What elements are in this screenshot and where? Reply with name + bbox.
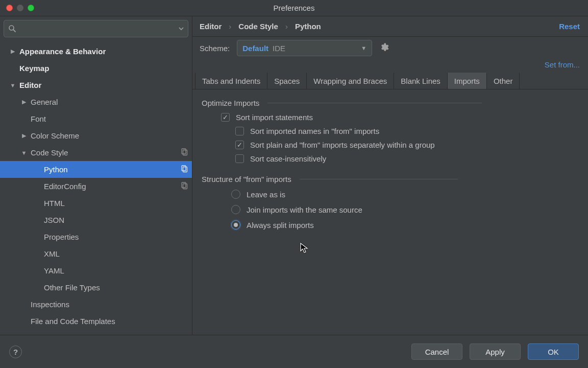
divider — [267, 103, 482, 103]
scheme-scope: IDE — [273, 44, 285, 53]
minimize-window-icon[interactable] — [17, 5, 23, 11]
tree-item-label: Color Scheme — [31, 131, 188, 140]
checkbox[interactable] — [221, 113, 230, 122]
tree-item[interactable]: XML — [0, 245, 192, 262]
tab[interactable]: Tabs and Indents — [195, 73, 267, 89]
scheme-name: Default — [242, 44, 268, 53]
breadcrumb-item[interactable]: Editor — [200, 22, 222, 31]
chevron-down-icon: ▼ — [361, 45, 366, 51]
radio[interactable] — [231, 190, 240, 199]
zoom-window-icon[interactable] — [28, 5, 34, 11]
tree-item[interactable]: JSON — [0, 212, 192, 228]
chevron-down-icon[interactable]: ▼ — [9, 82, 16, 88]
chevron-right-icon[interactable]: ▶ — [20, 99, 28, 105]
radio[interactable] — [231, 220, 240, 229]
tree-item[interactable]: ▶Color Scheme — [0, 127, 192, 144]
breadcrumb: Editor › Code Style › Python Reset — [192, 16, 588, 37]
radio-label: Always split imports — [247, 221, 314, 229]
tree-item-label: Properties — [44, 233, 188, 241]
ok-button[interactable]: OK — [528, 343, 579, 360]
scheme-label: Scheme: — [200, 44, 230, 53]
tree-item-label: Inspections — [31, 300, 188, 309]
copy-icon[interactable] — [180, 148, 188, 157]
tree-item-label: Code Style — [31, 148, 180, 157]
chevron-down-icon[interactable]: ▼ — [20, 150, 28, 156]
radio-row[interactable]: Leave as is — [202, 187, 579, 202]
breadcrumb-item[interactable]: Code Style — [238, 22, 278, 31]
button-label: OK — [548, 348, 559, 356]
window-controls — [6, 5, 34, 11]
radio-label: Leave as is — [247, 190, 285, 199]
button-label: Apply — [485, 348, 505, 356]
tree-item-label: YAML — [44, 266, 188, 275]
scheme-combobox[interactable]: Default IDE ▼ — [237, 40, 372, 56]
checkbox-row[interactable]: Sort plain and "from" imports separately… — [202, 138, 579, 152]
tree-item[interactable]: Properties — [0, 228, 192, 245]
tree-item-label: Appearance & Behavior — [19, 47, 188, 56]
tree-item[interactable]: ▼Editor — [0, 77, 192, 94]
section-title: Optimize Imports — [202, 99, 259, 107]
tree-item[interactable]: File and Code Templates — [0, 313, 192, 330]
svg-rect-5 — [183, 167, 187, 172]
chevron-right-icon[interactable]: ▶ — [9, 48, 16, 55]
search-input[interactable] — [19, 24, 176, 33]
radio-row[interactable]: Join imports with the same source — [202, 202, 579, 217]
tab[interactable]: Wrapping and Braces — [307, 73, 394, 89]
checkbox-label: Sort case-insensitively — [250, 154, 326, 163]
checkbox-label: Sort plain and "from" imports separately… — [250, 141, 435, 149]
tab[interactable]: Imports — [448, 73, 487, 89]
checkbox[interactable] — [235, 127, 244, 135]
breadcrumb-item[interactable]: Python — [295, 22, 321, 31]
search-icon — [8, 25, 16, 33]
tree-item[interactable]: Keymap — [0, 60, 192, 77]
tab[interactable]: Other — [487, 73, 520, 89]
search-box[interactable] — [4, 20, 188, 37]
tree-item[interactable]: HTML — [0, 195, 192, 212]
copy-icon[interactable] — [180, 165, 188, 174]
section-heading: Structure of "from" imports — [202, 175, 579, 183]
tree-item[interactable]: ▼Code Style — [0, 144, 192, 161]
tree-item[interactable]: YAML — [0, 262, 192, 279]
svg-rect-2 — [182, 149, 186, 154]
tree-item[interactable]: ▶General — [0, 94, 192, 110]
tree-item-label: EditorConfig — [44, 182, 180, 191]
close-window-icon[interactable] — [6, 5, 13, 11]
tree-item-label: XML — [44, 249, 188, 258]
tree-item[interactable]: Other File Types — [0, 279, 192, 296]
radio[interactable] — [231, 205, 240, 214]
tree-item[interactable]: Inspections — [0, 296, 192, 313]
tree-item[interactable]: Python — [0, 161, 192, 178]
section-title: Structure of "from" imports — [202, 175, 291, 183]
checkbox[interactable] — [235, 141, 244, 149]
checkbox-row[interactable]: Sort imported names in "from" imports — [202, 124, 579, 138]
radio-row[interactable]: Always split imports — [202, 217, 579, 233]
chevron-right-icon: › — [285, 22, 288, 31]
settings-tree: ▶Appearance & BehaviorKeymap▼Editor▶Gene… — [0, 41, 192, 335]
dialog-footer: ? Cancel Apply OK — [0, 335, 588, 368]
svg-rect-7 — [183, 183, 187, 189]
tree-item[interactable]: ▶Appearance & Behavior — [0, 43, 192, 60]
tree-item[interactable]: Font — [0, 110, 192, 127]
section-heading: Optimize Imports — [202, 99, 579, 107]
reset-link[interactable]: Reset — [559, 22, 580, 31]
apply-button[interactable]: Apply — [470, 343, 521, 360]
set-from-link[interactable]: Set from... — [545, 60, 580, 69]
checkbox[interactable] — [235, 154, 244, 163]
tab[interactable]: Spaces — [267, 73, 307, 89]
tree-item[interactable]: EditorConfig — [0, 178, 192, 195]
copy-icon[interactable] — [180, 182, 188, 191]
tab[interactable]: Blank Lines — [394, 73, 448, 89]
checkbox-row[interactable]: Sort import statements — [202, 110, 579, 124]
chevron-down-icon[interactable] — [179, 26, 184, 31]
tree-item-label: Editor — [19, 81, 188, 89]
checkbox-row[interactable]: Sort case-insensitively — [202, 152, 579, 166]
button-label: Cancel — [425, 348, 449, 356]
cancel-button[interactable]: Cancel — [411, 343, 462, 360]
tab-content: Optimize Imports Sort import statementsS… — [192, 89, 588, 335]
gear-icon[interactable] — [379, 42, 389, 54]
help-button[interactable]: ? — [9, 346, 22, 358]
window-title: Preferences — [0, 4, 588, 12]
svg-rect-6 — [182, 182, 186, 188]
chevron-right-icon[interactable]: ▶ — [20, 132, 28, 139]
settings-panel: Editor › Code Style › Python Reset Schem… — [192, 16, 588, 335]
